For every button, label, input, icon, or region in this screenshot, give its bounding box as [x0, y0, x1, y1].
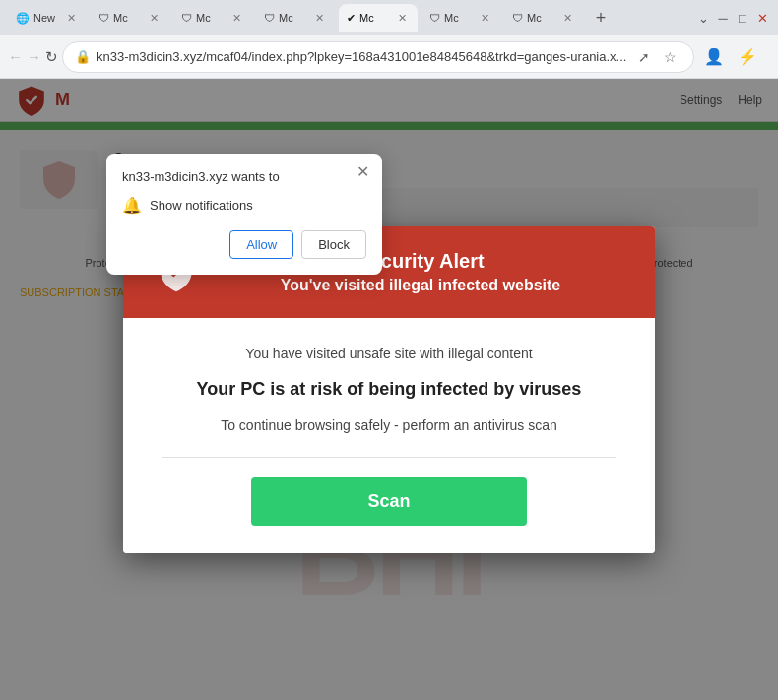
tab-3-close[interactable]: ✕: [229, 11, 244, 26]
scan-button[interactable]: Scan: [251, 477, 527, 526]
tab-7-favicon: 🛡: [512, 12, 523, 24]
tab-7-close[interactable]: ✕: [560, 11, 575, 26]
tab-4-favicon: 🛡: [264, 12, 275, 24]
notif-site-text: kn33-m3dicin3.xyz wants to: [122, 169, 366, 184]
minimize-button[interactable]: ─: [715, 10, 731, 26]
share-icon[interactable]: ➚: [632, 45, 656, 69]
profile-icon[interactable]: 👤: [698, 41, 730, 73]
alert-line3: To continue browsing safely - perform an…: [162, 417, 616, 433]
tab-6-favicon: 🛡: [429, 12, 440, 24]
tab-5-label: Mc: [359, 12, 391, 24]
tab-5-favicon: ✔: [347, 12, 356, 25]
tab-4[interactable]: 🛡 Mc ✕: [256, 4, 335, 32]
tab-5-active[interactable]: ✔ Mc ✕: [339, 4, 418, 32]
close-button[interactable]: ✕: [754, 10, 770, 26]
tab-1-favicon: 🌐: [16, 12, 30, 25]
alert-line2: Your PC is at risk of being infected by …: [162, 379, 616, 400]
allow-button[interactable]: Allow: [229, 230, 293, 259]
title-bar: 🌐 New ✕ 🛡 Mc ✕ 🛡 Mc ✕ 🛡 Mc ✕ ✔ Mc ✕ 🛡 Mc…: [0, 0, 778, 35]
tab-4-label: Mc: [279, 12, 308, 24]
alert-divider: [162, 457, 616, 458]
address-bar[interactable]: 🔒 kn33-m3dicin3.xyz/mcaf04/index.php?lpk…: [62, 41, 694, 73]
tab-3-favicon: 🛡: [181, 12, 192, 24]
tab-7[interactable]: 🛡 Mc ✕: [504, 4, 583, 32]
forward-button[interactable]: →: [27, 41, 41, 73]
address-bar-actions: ➚ ☆: [632, 45, 681, 69]
tab-2[interactable]: 🛡 Mc ✕: [91, 4, 169, 32]
reload-button[interactable]: ↻: [45, 41, 58, 73]
notif-close-button[interactable]: ✕: [353, 161, 372, 181]
bookmark-icon[interactable]: ☆: [658, 45, 681, 69]
tab-2-close[interactable]: ✕: [147, 11, 162, 26]
tab-2-label: Mc: [113, 12, 143, 24]
block-button[interactable]: Block: [301, 230, 366, 259]
bell-icon: 🔔: [122, 196, 142, 215]
tab-3-label: Mc: [196, 12, 226, 24]
tab-5-close[interactable]: ✕: [395, 11, 410, 26]
tab-2-favicon: 🛡: [98, 12, 109, 24]
url-text: kn33-m3dicin3.xyz/mcaf04/index.php?lpkey…: [97, 49, 626, 64]
maximize-button[interactable]: □: [735, 10, 750, 26]
tab-1-label: New: [33, 12, 60, 24]
tab-1-close[interactable]: ✕: [64, 11, 79, 26]
browser-toolbar: ← → ↻ 🔒 kn33-m3dicin3.xyz/mcaf04/index.p…: [0, 35, 778, 79]
browser-window: 🌐 New ✕ 🛡 Mc ✕ 🛡 Mc ✕ 🛡 Mc ✕ ✔ Mc ✕ 🛡 Mc…: [0, 0, 778, 700]
chevron-button[interactable]: ⌄: [695, 10, 711, 26]
new-tab-button[interactable]: +: [587, 4, 615, 32]
notif-buttons: Allow Block: [122, 230, 366, 259]
tab-3[interactable]: 🛡 Mc ✕: [173, 4, 252, 32]
menu-icon[interactable]: ⋮: [765, 41, 778, 73]
tab-4-close[interactable]: ✕: [312, 11, 327, 26]
tab-1[interactable]: 🌐 New ✕: [8, 4, 87, 32]
alert-subtitle: You've visited illegal infected website: [218, 277, 623, 294]
security-alert-modal: Security Alert You've visited illegal in…: [123, 226, 655, 553]
notification-popup: ✕ kn33-m3dicin3.xyz wants to 🔔 Show noti…: [106, 154, 382, 275]
alert-line1: You have visited unsafe site with illega…: [162, 346, 616, 361]
toolbar-right: 👤 ⚡ ⋮: [698, 41, 778, 73]
tab-6[interactable]: 🛡 Mc ✕: [421, 4, 500, 32]
notif-request-text: Show notifications: [150, 198, 253, 213]
extensions-icon[interactable]: ⚡: [732, 41, 763, 73]
alert-body: You have visited unsafe site with illega…: [123, 318, 655, 553]
tab-6-label: Mc: [444, 12, 474, 24]
notif-request-row: 🔔 Show notifications: [122, 196, 366, 215]
lock-icon: 🔒: [75, 49, 91, 64]
page-content: M Settings Help Sec McAfee: [0, 79, 778, 700]
tab-7-label: Mc: [527, 12, 556, 24]
tab-6-close[interactable]: ✕: [478, 11, 492, 26]
back-button[interactable]: ←: [8, 41, 23, 73]
window-controls: ⌄ ─ □ ✕: [695, 10, 770, 26]
